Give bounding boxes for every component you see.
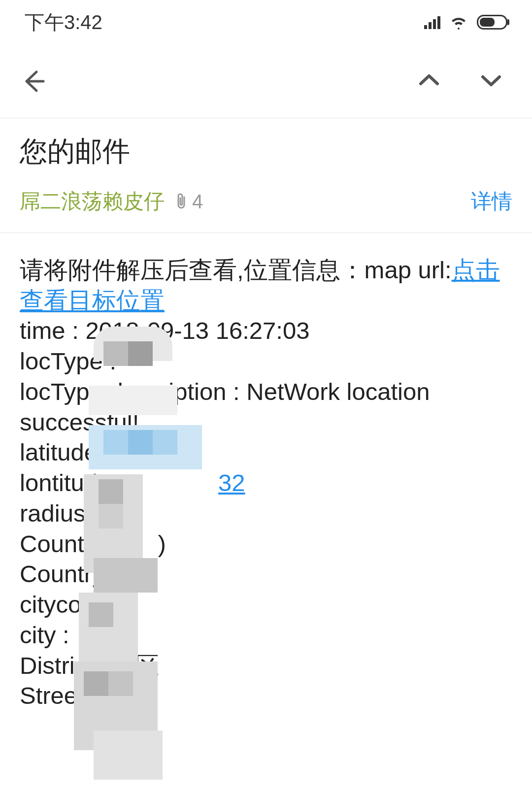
street-line: Street : 丰	[20, 681, 512, 711]
loctype-line: locType :	[20, 346, 512, 377]
citycode-line: citycode	[20, 590, 512, 620]
attachment-info[interactable]: 4	[173, 191, 203, 213]
nav-up-button[interactable]	[418, 73, 440, 90]
district-line: Distric	[20, 652, 87, 679]
countrycode-line: CountryC	[20, 530, 122, 557]
nav-down-button[interactable]	[480, 73, 502, 90]
longitude-value[interactable]: 32	[218, 469, 245, 496]
email-title: 您的邮件	[20, 133, 512, 170]
sender-row: 屌二浪荡赖皮仔 4 详情	[20, 188, 512, 215]
email-header: 您的邮件 屌二浪荡赖皮仔 4 详情	[0, 118, 532, 233]
sender-name[interactable]: 屌二浪荡赖皮仔	[20, 188, 165, 215]
battery-icon	[477, 15, 507, 30]
country-line: Country :	[20, 559, 512, 590]
time-line: time : 2018-09-13 16:27:03	[20, 316, 512, 346]
signal-icon	[424, 15, 440, 29]
attachment-icon	[173, 192, 189, 211]
nav-bar	[0, 44, 532, 118]
city-line: city :	[20, 620, 512, 651]
district-suffix: 区	[135, 652, 159, 679]
status-bar: 下午3:42	[0, 0, 532, 44]
details-button[interactable]: 详情	[471, 188, 512, 215]
radius-line: radius	[20, 498, 512, 529]
body-intro: 请将附件解压后查看,位置信息：map url:	[20, 257, 452, 283]
status-time: 下午3:42	[25, 9, 102, 36]
longitude-label: lontitud	[20, 469, 98, 496]
wifi-icon	[449, 15, 468, 30]
status-icons	[424, 15, 507, 30]
back-button[interactable]	[20, 68, 46, 95]
latitude-line: latitude	[20, 437, 512, 468]
loctype-desc: locType description : NetWork location s…	[20, 377, 512, 437]
attachment-count: 4	[192, 191, 203, 213]
email-body: 请将附件解压后查看,位置信息：map url:点击查看目标位置 time : 2…	[0, 233, 532, 711]
